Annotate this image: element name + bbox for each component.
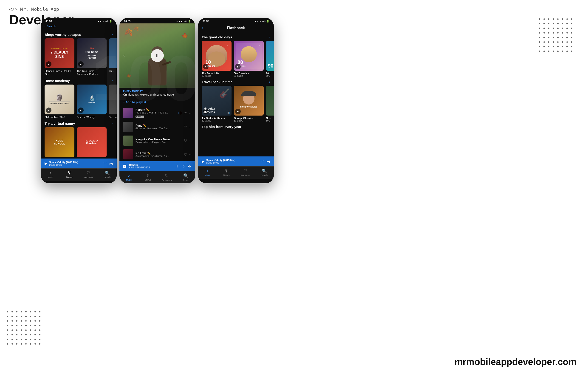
play-truecrime[interactable]: ▶ — [78, 61, 84, 67]
play-7deadly[interactable]: ▶ — [46, 61, 52, 67]
play-science[interactable]: ▶ — [78, 107, 84, 113]
section-nanny-arrow[interactable]: › — [112, 122, 113, 125]
10s-title: 10s Super Hits — [202, 72, 231, 75]
thumb-90s: 90 — [266, 41, 274, 71]
phone3: 00:36 ▲▲▲ wifi 🔋 ‹ Flashback The good ol… — [198, 18, 274, 183]
nav-favs-2[interactable]: ♡ Favourites — [157, 171, 176, 183]
music-card-10s[interactable]: 10 super hits s ▶ 10s Super Hits 80 trac… — [202, 41, 231, 77]
favs-icon-3: ♡ — [243, 168, 247, 173]
heart-nolove[interactable]: ♡ — [184, 152, 187, 156]
nav-favs-1[interactable]: ♡ Favourites — [79, 169, 98, 181]
battery-icon: 🔋 — [109, 20, 112, 22]
no-tracks: 80... — [266, 119, 274, 122]
next-icon-3[interactable]: ⏭ — [266, 160, 270, 164]
bottom-nav-1: ♪ Music 🎙 Shows ♡ Favourites 🔍 Search — [41, 168, 117, 181]
wifi-icon-2: wifi — [184, 20, 187, 22]
podcast-card-marvellous[interactable]: David Walliams' Marvellous David Walliam… — [77, 127, 106, 159]
play-garage[interactable]: ▶ — [235, 109, 241, 114]
play-80s[interactable]: ▶ — [235, 64, 241, 69]
play-pause-btn-1[interactable]: ▶ — [44, 161, 47, 166]
nav-search-2[interactable]: 🔍 Search — [176, 171, 195, 183]
player-bar-3[interactable]: ▶ Space Oddity (2019 Mix) David Bowie ♡ … — [198, 156, 274, 166]
music-icon-2: ♪ — [128, 173, 130, 178]
7deadly-title: Stephen Fry's 7 Deadly Sins — [44, 69, 74, 76]
music-card-80s[interactable]: 80 classics s ▶ 80s Classics 80 tracks — [234, 41, 264, 77]
play-philosophize[interactable]: ▶ — [46, 107, 52, 113]
podcast-card-philosophize[interactable]: 🗿 PHILOSOPHIZE THIS! ▶ Philosophize This… — [44, 85, 74, 119]
80s-tracks: 80 tracks — [234, 75, 264, 77]
next-icon-1[interactable]: ⏭ — [109, 161, 113, 166]
play-10s[interactable]: ▶ — [203, 64, 209, 69]
battery-icon-2: 🔋 — [188, 20, 191, 22]
heart-icon-1[interactable]: ♡ — [103, 161, 106, 166]
podcast-card-homeschool[interactable]: HOMESCHOOL Homeschool — [44, 127, 74, 159]
status-time-2: 00:39 — [124, 20, 130, 22]
section-binge-title: Binge-worthy escapes — [44, 33, 81, 37]
player-info-1: Space Oddity (2019 Mix) David Bowie — [49, 161, 78, 166]
heart-pony[interactable]: ♡ — [184, 125, 187, 129]
heart-icon-2[interactable]: ♡ — [182, 164, 185, 168]
nav-shows-3[interactable]: 🎙 Shows — [217, 167, 236, 179]
more-nolove[interactable]: ··· — [189, 152, 191, 156]
search-icon-1: 🔍 — [105, 171, 110, 175]
signal-icon-2: ▲▲▲ — [176, 20, 183, 22]
status-time-1: 00:36 — [45, 20, 52, 22]
track-nolove[interactable]: No Love ✏️ August Alsina, Nicki Minaj - … — [119, 148, 195, 161]
section-good-old: The good old days › — [198, 32, 274, 41]
prev-button[interactable]: ‹ — [123, 52, 125, 59]
nav-music-2[interactable]: ♪ Music — [119, 171, 138, 183]
section-travel-arrow[interactable]: › — [269, 80, 270, 84]
track-king[interactable]: King of a One Horse Town Dan Auerbach - … — [119, 134, 195, 148]
pause-big-button[interactable]: ⏸ — [151, 49, 164, 62]
dots-decoration-tr — [539, 18, 574, 54]
pony-actions: ♡ ··· — [184, 125, 191, 129]
nav-search-3[interactable]: 🔍 Search — [255, 167, 274, 179]
music-card-airguit[interactable]: 🎸 air guitar anthems ▶ 📊 Air Guitar Anth… — [202, 86, 231, 122]
nav-favs-3[interactable]: ♡ Favourites — [236, 167, 255, 179]
more-king[interactable]: ··· — [189, 139, 191, 142]
track-pony[interactable]: Pony ✏️ Ginuwine - Ginuwine... The Bac..… — [119, 120, 195, 134]
wifi-icon-3: wifi — [262, 20, 265, 22]
search-label-3: Search — [261, 174, 268, 176]
deco-100: 100 — [92, 46, 199, 110]
player-controls-2: ⏸ ♡ ⏭ — [176, 164, 191, 168]
player-bar-2[interactable]: E Reborn KIDS SEE GHOSTS ⏸ ♡ ⏭ — [119, 161, 195, 171]
status-bar-2: 00:39 ▲▲▲ wifi 🔋 — [119, 18, 195, 23]
status-bar-3: 00:36 ▲▲▲ wifi 🔋 — [198, 18, 274, 23]
10s-tracks: 80 tracks — [202, 75, 231, 77]
nav-shows-2[interactable]: 🎙 Shows — [138, 171, 158, 183]
nav-music-1[interactable]: ♪ Music — [41, 169, 60, 181]
heart-icon-3[interactable]: ♡ — [261, 159, 264, 164]
music-card-90s[interactable]: 90 90... 80... — [266, 41, 274, 77]
section-binge-arrow[interactable]: › — [112, 33, 113, 36]
back-arrow-1[interactable]: ‹ — [44, 24, 46, 28]
next-icon-2[interactable]: ⏭ — [188, 164, 191, 168]
music-card-no[interactable]: No... 80... — [266, 86, 274, 122]
flashback-header: ‹ Flashback — [198, 23, 274, 32]
nav-shows-1[interactable]: 🎙 Shows — [60, 169, 79, 181]
search-icon-3: 🔍 — [262, 168, 267, 173]
homeschool-title: Homeschool — [44, 158, 74, 159]
king-artist: Dan Auerbach - King of a One... — [136, 141, 182, 144]
music-icon-1: ♪ — [49, 171, 52, 175]
flashback-back-btn[interactable]: ‹ — [202, 25, 203, 31]
back-text-1[interactable]: Search — [47, 25, 56, 28]
section-binge: Binge-worthy escapes › — [41, 30, 117, 38]
pause-icon-2[interactable]: ⏸ — [176, 164, 179, 168]
nav-music-3[interactable]: ♪ Music — [198, 167, 217, 179]
more-pony[interactable]: ··· — [189, 125, 191, 129]
heart-king[interactable]: ♡ — [184, 139, 187, 142]
music-card-garage[interactable]: garage classics ▶ Garage Classics 50 tra… — [234, 86, 264, 122]
player-bar-1[interactable]: ▶ Space Oddity (2019 Mix) David Bowie ♡ … — [41, 159, 117, 168]
play-pause-btn-3[interactable]: ▶ — [202, 159, 204, 164]
favs-icon-2: ♡ — [165, 173, 168, 178]
dots-decoration-bl — [7, 311, 42, 346]
garage-title: Garage Classics — [234, 117, 264, 119]
section-good-old-arrow[interactable]: › — [269, 36, 270, 39]
bottom-nav-2: ♪ Music 🎙 Shows ♡ Favourites 🔍 Search — [119, 171, 195, 183]
nav-search-1[interactable]: 🔍 Search — [98, 169, 117, 181]
back-bar-1[interactable]: ‹ Search — [41, 23, 117, 30]
podcast-card-7deadly[interactable]: STEPHEN FRY'S 7 DEADLY SINS ▶ Stephen Fr… — [44, 38, 74, 76]
flashback-title: Flashback — [227, 26, 245, 30]
80s-title: 80s Classics — [234, 72, 264, 75]
